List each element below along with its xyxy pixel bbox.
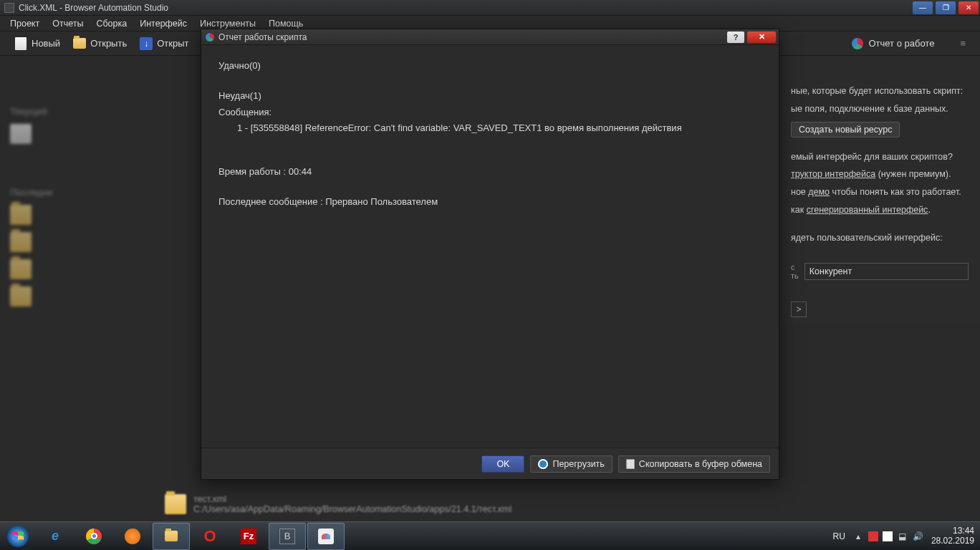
toolbar-open-label: Открыть [90,38,127,49]
hint-line: ядеть пользовательский интерфейс: [791,231,969,245]
fail-line: Неудач(1) [218,90,762,103]
text: . [928,205,930,215]
document-icon [10,124,32,144]
role-left-partial: с ть [791,263,799,280]
current-file[interactable] [10,124,205,144]
menu-project[interactable]: Проект [4,17,45,30]
menu-interface[interactable]: Интерфейс [134,17,193,30]
copy-label: Скопировать в буфер обмена [639,459,762,469]
runtime-line: Время работы : 00:44 [218,165,762,179]
recent-file[interactable] [10,205,205,225]
menu-help[interactable]: Помощь [263,17,309,30]
last-message-line: Последнее сообщение : Прервано Пользоват… [218,196,762,209]
message-line: 1 - [535558848] ReferenceError: Can't fi… [237,122,762,135]
toolbar-open[interactable]: Открыть [73,37,127,50]
clock-time: 13:44 [931,526,974,536]
app-title: Click.XML - Browser Automation Studio [19,3,168,13]
action-center-icon[interactable] [883,531,893,541]
chrome-icon [85,527,103,546]
new-file-icon [15,37,27,50]
media-player-icon [125,529,140,544]
windows-logo-icon [6,525,29,548]
pie-chart-icon [852,38,863,49]
link-generated-interface[interactable]: сгенерированный интерфейс [807,205,928,215]
task-media[interactable] [114,523,151,550]
window-close[interactable]: ✕ [959,1,979,14]
clock-date: 28.02.2019 [931,536,974,546]
opera-icon: O [201,527,219,546]
folder-icon [10,286,32,307]
folder-icon [10,259,32,279]
toolbar-menu-icon[interactable]: ≡ [960,38,966,49]
file-name: тест.xml [193,494,511,504]
browser-icon [318,529,334,544]
window-minimize[interactable]: — [913,1,933,14]
toolbar-open2-label: Открыт [157,38,188,49]
folder-icon [10,205,32,225]
taskbar: e O Fz B RU ▴ ⬓ 🔊 13:44 28.02.2019 [0,521,980,550]
dialog-close-button[interactable]: ✕ [747,32,776,43]
task-ie[interactable]: e [37,523,74,550]
language-indicator[interactable]: RU [833,531,845,541]
link-demo[interactable]: демо [808,187,830,197]
toolbar-report-label: Отчет о работе [868,38,934,49]
text: ное [791,187,808,197]
task-browser[interactable] [307,523,345,550]
dialog-titlebar[interactable]: Отчет работы скрипта ? ✕ [201,29,779,45]
taskbar-clock[interactable]: 13:44 28.02.2019 [931,526,974,545]
task-bas[interactable]: B [269,523,306,550]
filezilla-icon: Fz [241,529,256,544]
hint-line: как сгенерированный интерфейс. [791,203,969,217]
flag-icon[interactable] [868,531,878,541]
dialog-footer: OK Перегрузить Скопировать в буфер обмен… [201,448,779,479]
toolbar-report[interactable]: Отчет о работе [851,37,934,50]
folder-icon [10,232,32,252]
task-chrome[interactable] [75,523,112,550]
network-icon[interactable]: ⬓ [897,531,908,542]
app-titlebar[interactable]: Click.XML - Browser Automation Studio — … [0,0,980,16]
folder-icon [73,38,86,49]
dialog-body: Удачно(0) Неудач(1) Сообщения: 1 - [5355… [201,45,779,448]
folder-icon [165,494,186,514]
recent-file[interactable] [10,259,205,279]
menu-build[interactable]: Сборка [90,17,133,30]
left-column: Текущий Последни [0,56,215,521]
toolbar-open-url[interactable]: ↓ Открыт [140,37,188,50]
task-opera[interactable]: O [191,523,229,550]
reload-button[interactable]: Перегрузить [530,455,612,473]
task-filezilla[interactable]: Fz [230,523,267,550]
nav-forward-button[interactable]: > [791,301,807,317]
clipboard-icon [626,459,635,469]
bas-icon: B [279,529,295,544]
bottom-file-entry[interactable]: тест.xml C:/Users/asa/AppData/Roaming/Br… [165,494,511,514]
start-button[interactable] [0,522,36,551]
tray-chevron-icon[interactable]: ▴ [852,531,864,542]
hint-line: емый интерфейс для ваших скриптов? [791,150,969,164]
task-explorer[interactable] [153,523,190,550]
menu-reports[interactable]: Отчеты [47,17,89,30]
download-icon: ↓ [140,37,153,50]
ok-button[interactable]: OK [481,455,524,473]
copy-clipboard-button[interactable]: Скопировать в буфер обмена [618,455,770,473]
dialog-help-button[interactable]: ? [727,32,744,43]
volume-icon[interactable]: 🔊 [913,531,924,542]
right-panel: ные, которые будет использовать скрипт: … [779,56,980,324]
link-interface-builder[interactable]: труктор интерфейса [791,169,875,179]
current-section-title: Текущий [10,106,205,117]
recent-file[interactable] [10,232,205,252]
hint-line: ные, которые будет использовать скрипт: [791,85,969,98]
hint-line: ые поля, подключение к базе данных. [791,102,969,116]
explorer-icon [162,527,181,546]
hint-line: ное демо чтобы понять как это работает. [791,185,969,199]
role-input[interactable] [804,263,969,280]
create-resource-button[interactable]: Создать новый ресурс [791,122,900,138]
window-maximize[interactable]: ❐ [936,1,956,14]
messages-label: Сообщения: [218,106,762,120]
toolbar-new[interactable]: Новый [14,37,60,50]
system-tray[interactable]: ▴ ⬓ 🔊 [852,531,924,542]
menu-tools[interactable]: Инструменты [194,17,261,30]
pie-chart-icon [206,33,214,42]
text: (нужен премиум). [875,169,951,179]
recent-file[interactable] [10,286,205,307]
reload-label: Перегрузить [552,459,604,469]
